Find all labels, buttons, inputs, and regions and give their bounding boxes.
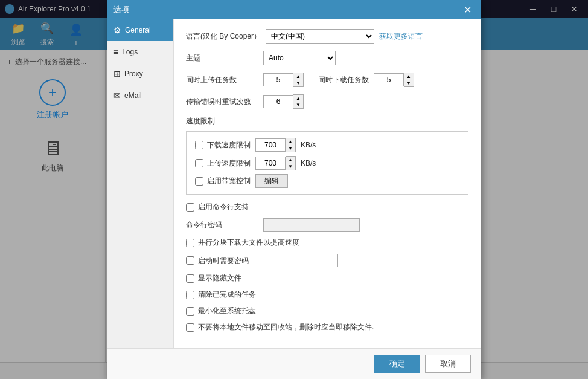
bandwidth-row: 启用带宽控制 编辑 [195, 174, 459, 188]
cancel-button[interactable]: 取消 [425, 355, 471, 373]
startup-password-input[interactable] [254, 254, 338, 267]
app-window: Air Explorer Pro v4.0.1 ─ □ ✕ 📁 浏览 🔍 搜索 … [0, 0, 588, 379]
clear-done-row: 清除已完成的任务 [186, 290, 468, 300]
parallel-download-label: 并行分块下载大文件以提高速度 [198, 238, 299, 248]
startup-password-row: 启动时需要密码 [186, 254, 468, 267]
cmd-support-checkbox[interactable] [186, 203, 194, 212]
more-languages-link[interactable]: 获取更多语言 [379, 31, 423, 42]
download-tasks-input[interactable] [374, 73, 404, 86]
download-tasks-label: 同时下载任务数 [318, 75, 369, 85]
nav-item-logs[interactable]: ≡ Logs [107, 41, 173, 63]
show-hidden-checkbox[interactable] [186, 274, 194, 283]
show-hidden-label: 显示隐藏文件 [198, 273, 241, 283]
theme-row: 主题 Auto Light Dark [186, 51, 468, 65]
upload-limit-row: 上传速度限制 ▲ ▼ KB/s [195, 156, 459, 170]
show-hidden-checkbox-label[interactable]: 显示隐藏文件 [186, 273, 241, 283]
download-limit-spin-btns: ▲ ▼ [286, 138, 296, 152]
language-row: 语言(汉化 By Cooper） 中文(中国) English Français… [186, 29, 468, 44]
retry-spin-btns: ▲ ▼ [293, 94, 304, 109]
nav-label-logs: Logs [122, 48, 138, 56]
ok-button[interactable]: 确定 [374, 355, 420, 373]
modal-titlebar: 选项 ✕ [107, 0, 481, 19]
minimize-tray-checkbox[interactable] [186, 307, 194, 316]
startup-password-checkbox[interactable] [186, 256, 194, 265]
download-limit-checkbox-label[interactable]: 下载速度限制 [195, 140, 251, 151]
upload-tasks-up[interactable]: ▲ [293, 73, 303, 80]
modal-title: 选项 [113, 4, 129, 15]
retry-row: 传输错误时重试次数 ▲ ▼ [186, 94, 468, 109]
modal-nav: ⚙ General ≡ Logs ⊞ Proxy ✉ eMail [107, 19, 174, 348]
tasks-row: 同时上传任务数 ▲ ▼ 同时下载任务数 ▲ [186, 73, 468, 87]
startup-password-checkbox-label[interactable]: 启动时需要密码 [186, 256, 249, 266]
bandwidth-checkbox[interactable] [195, 177, 203, 186]
language-select[interactable]: 中文(中国) English Français [266, 29, 374, 44]
upload-limit-down[interactable]: ▼ [286, 163, 295, 170]
nav-item-general[interactable]: ⚙ General [107, 19, 173, 41]
parallel-download-checkbox-label[interactable]: 并行分块下载大文件以提高速度 [186, 238, 299, 248]
speed-limit-box: 下载速度限制 ▲ ▼ KB/s [186, 131, 468, 195]
upload-limit-checkbox-label[interactable]: 上传速度限制 [195, 158, 251, 169]
download-tasks-spinbox: ▲ ▼ [374, 73, 414, 87]
upload-limit-up[interactable]: ▲ [286, 157, 295, 163]
download-limit-label: 下载速度限制 [207, 140, 251, 151]
clear-done-checkbox[interactable] [186, 291, 194, 299]
upload-limit-spinbox: ▲ ▼ [255, 156, 296, 170]
upload-unit: KB/s [301, 159, 316, 167]
retry-spinbox: ▲ ▼ [263, 94, 304, 109]
nav-item-proxy[interactable]: ⊞ Proxy [107, 63, 173, 85]
proxy-icon: ⊞ [113, 69, 121, 79]
no-move-label: 不要将本地文件移动至回收站，删除时应当即移除文件. [198, 322, 374, 332]
upload-tasks-spin-btns: ▲ ▼ [293, 73, 304, 87]
startup-password-label: 启动时需要密码 [198, 256, 249, 266]
general-icon: ⚙ [113, 25, 121, 35]
upload-tasks-label: 同时上传任务数 [186, 75, 258, 85]
upload-tasks-input[interactable] [263, 73, 293, 86]
nav-item-email[interactable]: ✉ eMail [107, 85, 173, 106]
clear-done-checkbox-label[interactable]: 清除已完成的任务 [186, 290, 256, 300]
bandwidth-edit-button[interactable]: 编辑 [255, 174, 288, 188]
upload-limit-input[interactable] [255, 157, 286, 170]
retry-down[interactable]: ▼ [293, 102, 303, 108]
bandwidth-checkbox-label[interactable]: 启用带宽控制 [195, 176, 251, 186]
language-label: 语言(汉化 By Cooper） [186, 31, 261, 42]
retry-up[interactable]: ▲ [293, 95, 303, 102]
theme-select[interactable]: Auto Light Dark [263, 51, 336, 65]
retry-input[interactable] [263, 95, 293, 108]
download-tasks-spin-btns: ▲ ▼ [404, 73, 414, 87]
download-limit-row: 下载速度限制 ▲ ▼ KB/s [195, 138, 459, 152]
download-limit-down[interactable]: ▼ [286, 145, 295, 152]
download-tasks-down[interactable]: ▼ [404, 80, 414, 86]
cmd-support-row: 启用命令行支持 [186, 202, 468, 212]
no-move-checkbox-label[interactable]: 不要将本地文件移动至回收站，删除时应当即移除文件. [186, 322, 374, 332]
parallel-download-checkbox[interactable] [186, 239, 194, 247]
bandwidth-label: 启用带宽控制 [207, 176, 251, 186]
modal-close-button[interactable]: ✕ [460, 2, 475, 17]
cmd-support-checkbox-label[interactable]: 启用命令行支持 [186, 202, 249, 212]
nav-label-general: General [125, 26, 151, 34]
upload-limit-spin-btns: ▲ ▼ [286, 156, 296, 170]
download-limit-checkbox[interactable] [195, 141, 203, 149]
options-dialog: 选项 ✕ ⚙ General ≡ Logs ⊞ [107, 0, 481, 379]
minimize-tray-checkbox-label[interactable]: 最小化至系统托盘 [186, 306, 256, 316]
modal-body: ⚙ General ≡ Logs ⊞ Proxy ✉ eMail [107, 19, 481, 348]
clear-done-label: 清除已完成的任务 [198, 290, 256, 300]
no-move-checkbox[interactable] [186, 323, 194, 332]
show-hidden-row: 显示隐藏文件 [186, 273, 468, 283]
modal-general-content: 语言(汉化 By Cooper） 中文(中国) English Français… [174, 19, 481, 348]
download-limit-up[interactable]: ▲ [286, 138, 295, 145]
upload-tasks-down[interactable]: ▼ [293, 80, 303, 86]
upload-limit-checkbox[interactable] [195, 159, 203, 167]
upload-tasks-spinbox: ▲ ▼ [263, 73, 304, 87]
logs-icon: ≡ [113, 47, 118, 57]
nav-label-email: eMail [124, 91, 142, 100]
minimize-tray-label: 最小化至系统托盘 [198, 306, 256, 316]
download-limit-spinbox: ▲ ▼ [255, 138, 296, 152]
cmd-password-input[interactable] [263, 218, 360, 232]
minimize-tray-row: 最小化至系统托盘 [186, 306, 468, 316]
speed-limit-header: 速度限制 [186, 116, 468, 126]
download-tasks-up[interactable]: ▲ [404, 73, 414, 80]
download-limit-input[interactable] [255, 138, 286, 152]
no-move-row: 不要将本地文件移动至回收站，删除时应当即移除文件. [186, 322, 468, 332]
cmd-password-row: 命令行密码 [186, 218, 468, 232]
download-unit: KB/s [301, 141, 316, 149]
